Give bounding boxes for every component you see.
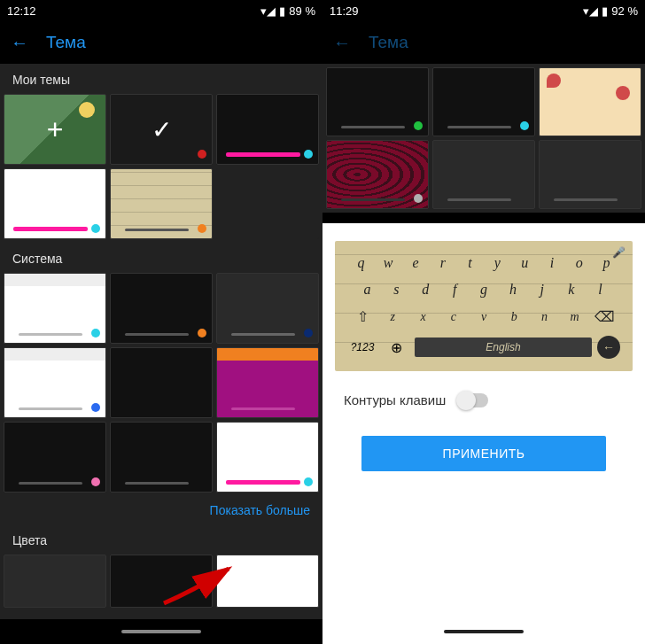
accent-dot (304, 329, 313, 338)
accent-bar (341, 126, 405, 128)
theme-tile[interactable] (4, 422, 106, 493)
key-u: u (511, 255, 539, 271)
accent-bar (125, 482, 189, 485)
accent-dot (91, 477, 100, 486)
nav-bar (0, 619, 322, 644)
page-title: Тема (46, 33, 86, 52)
theme-tile[interactable] (216, 422, 319, 493)
accent-bar (231, 333, 295, 336)
mic-icon: 🎤 (612, 246, 626, 259)
accent-bar (447, 198, 511, 201)
top-strip (217, 348, 318, 361)
accent-bar (125, 229, 189, 231)
accent-dot (304, 477, 313, 486)
accent-dot (198, 224, 206, 233)
key-e: e (402, 255, 430, 271)
theme-tile[interactable] (216, 555, 319, 608)
globe-icon: ⊕ (383, 339, 409, 356)
colors-grid (0, 555, 322, 611)
theme-tile[interactable] (110, 347, 213, 418)
theme-tile[interactable] (110, 168, 213, 239)
my-themes-grid: + ✓ (0, 94, 322, 243)
accent-dot (91, 403, 100, 412)
show-more-link[interactable]: Показать больше (0, 496, 322, 524)
accent-bar (13, 227, 88, 231)
theme-tile[interactable] (110, 422, 213, 493)
back-icon[interactable]: ← (11, 33, 28, 53)
accent-bar (231, 407, 295, 410)
accent-bar (19, 333, 82, 336)
accent-dot (520, 121, 529, 130)
battery-text: 92 % (611, 4, 638, 18)
keyboard-preview: 🎤 q w e r t y u i o p a s d f g h j (335, 241, 633, 371)
key-z: z (377, 310, 408, 324)
key-s: s (382, 282, 411, 298)
accent-dot (91, 329, 100, 338)
section-my-themes: Мои темы (0, 64, 322, 94)
accent-dot (198, 329, 206, 338)
status-time: 12:12 (7, 4, 36, 18)
theme-tile (432, 140, 535, 209)
top-strip (4, 274, 105, 286)
theme-tile[interactable] (216, 347, 319, 418)
theme-tile[interactable] (110, 555, 213, 608)
theme-tile[interactable] (4, 168, 106, 239)
key-i: i (539, 255, 566, 271)
theme-tile[interactable] (110, 273, 213, 344)
space-key: English (415, 338, 592, 357)
nav-pill[interactable] (444, 630, 524, 633)
theme-tile (326, 67, 429, 136)
key-c: c (439, 310, 469, 324)
status-right: ▾◢ ▮ 92 % (583, 4, 638, 18)
preview-sheet: 🎤 q w e r t y u i o p a s d f g h j (322, 223, 645, 644)
app-bar: ← Тема (322, 21, 645, 64)
key-x: x (408, 310, 438, 324)
key-y: y (484, 255, 511, 271)
key-borders-toggle[interactable] (458, 393, 488, 407)
shift-icon: ⇧ (347, 308, 377, 325)
status-bar: 11:29 ▾◢ ▮ 92 % (322, 0, 645, 21)
theme-tile (539, 67, 641, 136)
theme-scroll[interactable]: Мои темы + ✓ Система (0, 64, 322, 644)
theme-tile[interactable] (216, 273, 319, 344)
key-a: a (353, 282, 382, 298)
symbols-key: ?123 (347, 341, 377, 353)
accent-dot (414, 121, 423, 130)
accent-dot (304, 150, 313, 159)
theme-grid-dimmed (322, 64, 645, 213)
theme-tile[interactable] (216, 94, 319, 165)
nav-pill[interactable] (121, 630, 201, 633)
apply-button[interactable]: ПРИМЕНИТЬ (361, 436, 606, 471)
section-system: Система (0, 243, 322, 273)
key-k: k (556, 282, 586, 298)
theme-tile[interactable] (4, 555, 106, 608)
accent-bar (226, 152, 300, 157)
status-time: 11:29 (330, 4, 359, 18)
app-bar: ← Тема (0, 21, 322, 64)
key-w: w (375, 255, 402, 271)
accent-dot (198, 150, 206, 159)
theme-tile (539, 140, 641, 209)
accent-bar (554, 198, 618, 201)
backspace-icon: ⌫ (590, 308, 620, 325)
back-icon[interactable]: ← (333, 33, 351, 53)
key-m: m (560, 310, 590, 324)
theme-tile[interactable] (4, 273, 106, 344)
add-theme-tile[interactable]: + (4, 94, 106, 165)
key-t: t (456, 255, 484, 271)
theme-tile[interactable] (4, 347, 106, 418)
battery-icon: ▮ (602, 4, 608, 18)
key-borders-row: Контуры клавиш (335, 371, 633, 429)
kb-row-3: ⇧ z x c v b n m ⌫ (344, 303, 624, 330)
plus-icon: + (47, 113, 64, 146)
right-screen: 11:29 ▾◢ ▮ 92 % ← Тема (322, 0, 645, 644)
kb-row-4: ?123 ⊕ English ← (344, 330, 624, 364)
accent-bar (19, 482, 82, 485)
key-j: j (527, 282, 556, 298)
battery-text: 89 % (289, 4, 315, 18)
theme-tile-selected[interactable]: ✓ (110, 94, 213, 165)
accent-dot (91, 224, 100, 233)
theme-tile-empty (216, 168, 319, 239)
key-q: q (347, 255, 375, 271)
system-grid (0, 273, 322, 496)
